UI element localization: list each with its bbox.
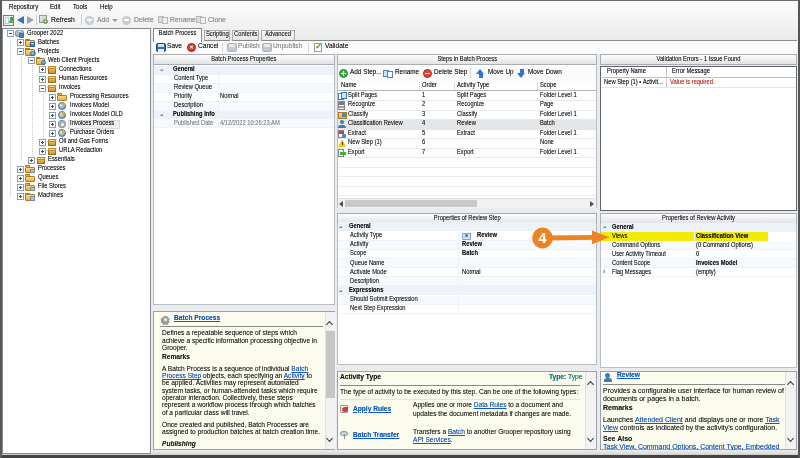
svg-text:4: 4 — [538, 230, 546, 246]
